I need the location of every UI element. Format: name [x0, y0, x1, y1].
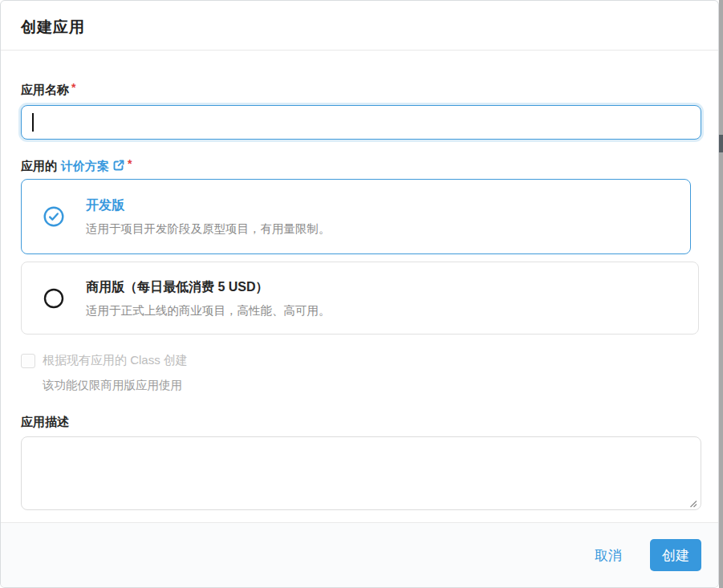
- dialog-body: 应用名称* 应用的计价方案 * 开发版 适: [1, 51, 718, 522]
- pricing-plan-link[interactable]: 计价方案: [61, 159, 109, 172]
- plan-option-commercial[interactable]: 商用版（每日最低消费 5 USD） 适用于正式上线的商业项目，高性能、高可用。: [21, 262, 699, 335]
- plan-option-description: 适用于正式上线的商业项目，高性能、高可用。: [86, 304, 331, 318]
- app-description-wrap: [21, 436, 701, 513]
- plan-label-prefix: 应用的: [21, 159, 57, 172]
- plan-option-title: 开发版: [86, 197, 331, 213]
- app-name-input-wrap: [21, 105, 701, 140]
- cancel-button[interactable]: 取消: [591, 540, 625, 571]
- text-caret: [32, 113, 34, 132]
- required-asterisk: *: [71, 81, 75, 94]
- create-button[interactable]: 创建: [650, 539, 701, 571]
- plan-option-dev[interactable]: 开发版 适用于项目开发阶段及原型项目，有用量限制。: [21, 179, 691, 254]
- dialog-footer: 取消 创建: [1, 522, 718, 587]
- required-asterisk: *: [128, 157, 132, 170]
- resize-handle-icon[interactable]: [688, 499, 697, 508]
- app-description-textarea[interactable]: [21, 436, 701, 510]
- clone-checkbox[interactable]: [21, 354, 35, 368]
- create-app-dialog: 创建应用 应用名称* 应用的计价方案 *: [0, 0, 719, 588]
- clone-checkbox-row: 根据现有应用的 Class 创建: [21, 353, 701, 368]
- plan-option-commercial-text: 商用版（每日最低消费 5 USD） 适用于正式上线的商业项目，高性能、高可用。: [86, 279, 331, 318]
- dialog-header: 创建应用: [1, 1, 718, 51]
- plan-label-row: 应用的计价方案 *: [21, 156, 701, 173]
- page-scrollbar[interactable]: [719, 0, 723, 588]
- app-name-input[interactable]: [21, 105, 701, 140]
- clone-checkbox-note: 该功能仅限商用版应用使用: [43, 378, 701, 393]
- radio-unchecked-icon: [43, 288, 64, 309]
- page: 创建应用 应用名称* 应用的计价方案 *: [0, 0, 723, 588]
- scrollbar-artifact: [719, 135, 723, 152]
- check-circle-icon: [43, 206, 64, 227]
- app-name-label-text: 应用名称: [21, 83, 69, 96]
- plan-option-title: 商用版（每日最低消费 5 USD）: [86, 279, 331, 295]
- clone-checkbox-label: 根据现有应用的 Class 创建: [43, 353, 188, 368]
- plan-option-dev-text: 开发版 适用于项目开发阶段及原型项目，有用量限制。: [86, 197, 331, 236]
- app-name-label: 应用名称*: [21, 80, 701, 97]
- plan-option-description: 适用于项目开发阶段及原型项目，有用量限制。: [86, 222, 331, 236]
- external-link-icon: [112, 159, 125, 172]
- dialog-title: 创建应用: [21, 17, 698, 38]
- app-description-label: 应用描述: [21, 415, 701, 429]
